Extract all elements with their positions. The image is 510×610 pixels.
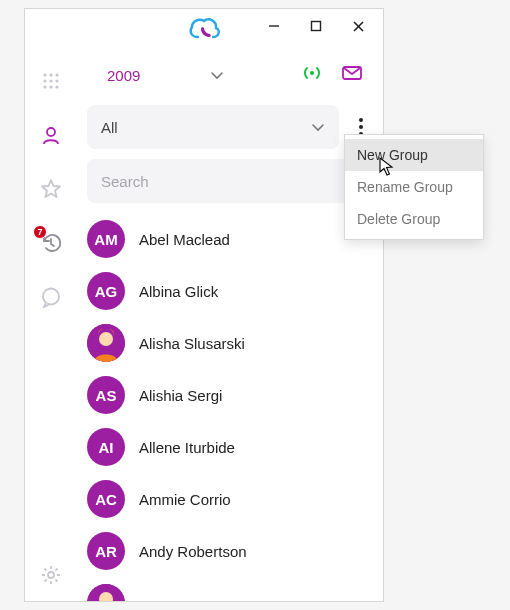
sidebar: 7 [25,49,77,601]
avatar: AR [87,532,125,570]
contact-name: Alishia Sergi [139,387,222,404]
window-controls [255,9,383,39]
chevron-down-icon [311,119,325,136]
contact-name: Ammie Corrio [139,491,231,508]
app-logo-icon [187,15,221,49]
contact-row[interactable]: Alisha Slusarski [87,317,369,369]
contacts-icon[interactable] [39,123,63,147]
chevron-down-icon [210,67,224,84]
contact-row[interactable] [87,577,369,601]
group-filter-select[interactable]: All [87,105,339,149]
menu-item[interactable]: Delete Group [345,203,483,235]
content-area: 7 2009 [25,49,383,601]
settings-icon[interactable] [39,563,63,587]
topbar: 2009 [87,53,373,97]
close-button[interactable] [339,13,377,39]
filter-label: All [101,119,118,136]
avatar: AM [87,220,125,258]
svg-point-5 [49,73,52,76]
search-box[interactable] [87,159,373,203]
svg-point-13 [47,128,55,136]
voicemail-icon[interactable] [341,64,363,86]
titlebar [25,9,383,49]
contact-name: Alisha Slusarski [139,335,245,352]
svg-rect-1 [312,22,321,31]
maximize-button[interactable] [297,13,335,39]
favorites-icon[interactable] [39,177,63,201]
svg-point-6 [55,73,58,76]
svg-point-12 [55,85,58,88]
chat-icon[interactable] [39,285,63,309]
avatar [87,584,125,601]
avatar: AC [87,480,125,518]
minimize-button[interactable] [255,13,293,39]
contact-name: Allene Iturbide [139,439,235,456]
main-panel: 2009 [77,49,383,601]
svg-point-10 [43,85,46,88]
contact-row[interactable]: AG Albina Glick [87,265,369,317]
history-icon[interactable]: 7 [39,231,63,255]
svg-point-16 [310,71,314,75]
svg-point-4 [43,73,46,76]
contact-row[interactable]: AS Alishia Sergi [87,369,369,421]
svg-point-8 [49,79,52,82]
contact-row[interactable]: AI Allene Iturbide [87,421,369,473]
broadcast-icon[interactable] [301,65,323,85]
avatar [87,324,125,362]
contact-list[interactable]: AM Abel Maclead AG Albina Glick Alisha S… [87,213,373,601]
contact-row[interactable]: AC Ammie Corrio [87,473,369,525]
search-input[interactable] [101,173,359,190]
svg-point-9 [55,79,58,82]
extension-number: 2009 [107,67,140,84]
avatar: AI [87,428,125,466]
svg-point-11 [49,85,52,88]
contact-row[interactable]: AM Abel Maclead [87,213,369,265]
menu-item[interactable]: New Group [345,139,483,171]
svg-point-14 [43,289,59,305]
svg-point-7 [43,79,46,82]
avatar: AG [87,272,125,310]
contact-row[interactable]: AR Andy Robertson [87,525,369,577]
contact-name: Abel Maclead [139,231,230,248]
dialpad-icon[interactable] [39,69,63,93]
svg-point-19 [99,332,113,346]
contact-name: Albina Glick [139,283,218,300]
avatar: AS [87,376,125,414]
app-window: 7 2009 [24,8,384,602]
extension-selector[interactable]: 2009 [87,67,224,84]
menu-item[interactable]: Rename Group [345,171,483,203]
history-badge: 7 [33,225,47,239]
filter-row: All [87,105,373,149]
group-context-menu: New GroupRename GroupDelete Group [344,134,484,240]
svg-point-15 [48,572,54,578]
contact-name: Andy Robertson [139,543,247,560]
